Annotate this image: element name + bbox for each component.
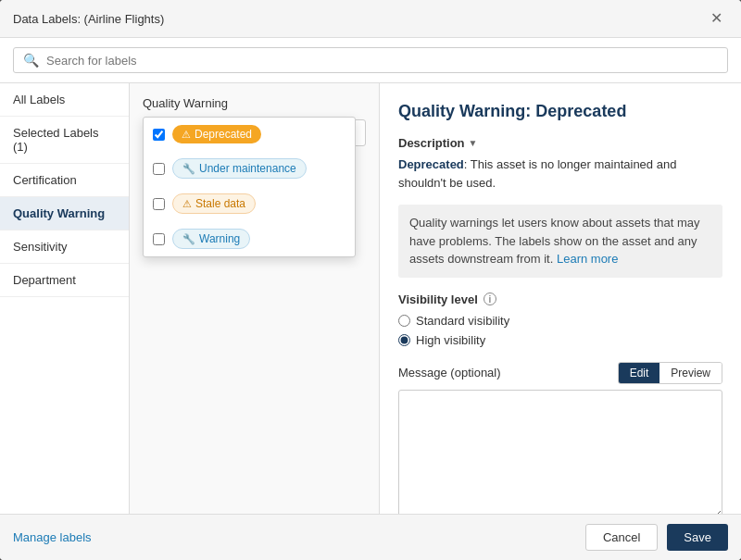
detail-title: Quality Warning: Deprecated	[398, 102, 722, 121]
info-box: Quality warnings let users know about as…	[398, 205, 722, 278]
chevron-icon: ▼	[469, 138, 478, 148]
footer-buttons: Cancel Save	[585, 524, 728, 551]
close-button[interactable]: ✕	[705, 9, 728, 28]
cancel-button[interactable]: Cancel	[585, 524, 658, 551]
warning-icon: ⚠	[182, 129, 191, 141]
tab-group: Edit Preview	[618, 362, 722, 384]
message-textarea[interactable]	[398, 390, 722, 515]
checkbox-deprecated[interactable]	[153, 129, 165, 141]
checkbox-stale-data[interactable]	[153, 198, 165, 210]
sidebar-item-department[interactable]: Department	[0, 264, 129, 297]
labels-panel: Quality Warning ▼ ⚠ Deprecate	[130, 83, 380, 514]
dialog-titlebar: Data Labels: (Airline Flights) ✕	[0, 0, 741, 38]
radio-standard-label: Standard visibility	[416, 314, 509, 328]
search-input-wrap: 🔍	[13, 47, 728, 73]
info-text: Quality warnings let users know about as…	[409, 216, 700, 266]
sidebar-item-all-labels[interactable]: All Labels	[0, 83, 129, 117]
badge-stale: ⚠ Stale data	[172, 193, 256, 214]
learn-more-link[interactable]: Learn more	[557, 252, 618, 266]
manage-labels-link[interactable]: Manage labels	[13, 530, 92, 544]
search-bar: 🔍	[0, 38, 741, 83]
warning-badge-icon: 🔧	[182, 233, 195, 245]
sidebar-item-selected-labels[interactable]: Selected Labels (1)	[0, 117, 129, 164]
detail-panel: Quality Warning: Deprecated Description …	[380, 83, 741, 514]
badge-deprecated: ⚠ Deprecated	[172, 125, 261, 143]
data-labels-dialog: Data Labels: (Airline Flights) ✕ 🔍 All L…	[0, 0, 741, 560]
search-input[interactable]	[46, 54, 718, 68]
sidebar-item-quality-warning[interactable]: Quality Warning	[0, 197, 129, 230]
dropdown-item-under-maintenance[interactable]: 🔧 Under maintenance	[144, 151, 355, 186]
dialog-body: All Labels Selected Labels (1) Certifica…	[0, 83, 741, 514]
description-header: Description ▼	[398, 136, 722, 150]
description-bold: Deprecated	[398, 157, 464, 171]
radio-high-input[interactable]	[398, 334, 410, 346]
visibility-section: Visibility level i Standard visibility H…	[398, 292, 722, 347]
dropdown-popup: ⚠ Deprecated 🔧 Under maintenance	[143, 117, 356, 257]
sidebar: All Labels Selected Labels (1) Certifica…	[0, 83, 130, 514]
main-content: Quality Warning ▼ ⚠ Deprecate	[130, 83, 741, 514]
dropdown-item-deprecated[interactable]: ⚠ Deprecated	[144, 118, 355, 151]
sidebar-item-certification[interactable]: Certification	[0, 164, 129, 197]
description-text: Deprecated: This asset is no longer main…	[398, 156, 722, 192]
dropdown-item-stale-data[interactable]: ⚠ Stale data	[144, 186, 355, 221]
dialog-footer: Manage labels Cancel Save	[0, 514, 741, 560]
save-button[interactable]: Save	[667, 524, 728, 551]
radio-high[interactable]: High visibility	[398, 333, 722, 347]
panel-section-title: Quality Warning	[143, 96, 366, 110]
search-icon: 🔍	[23, 53, 39, 68]
description-header-label: Description	[398, 136, 465, 150]
radio-standard[interactable]: Standard visibility	[398, 314, 722, 328]
tab-edit[interactable]: Edit	[619, 363, 660, 383]
visibility-label: Visibility level i	[398, 292, 722, 306]
checkbox-under-maintenance[interactable]	[153, 163, 165, 175]
message-label: Message (optional)	[398, 366, 501, 380]
radio-high-label: High visibility	[416, 333, 485, 347]
radio-standard-input[interactable]	[398, 315, 410, 327]
badge-warning: 🔧 Warning	[172, 229, 250, 249]
description-section: Description ▼ Deprecated: This asset is …	[398, 136, 722, 192]
info-icon[interactable]: i	[484, 292, 496, 305]
sidebar-item-sensitivity[interactable]: Sensitivity	[0, 230, 129, 264]
checkbox-warning[interactable]	[153, 233, 165, 245]
tab-preview[interactable]: Preview	[659, 363, 722, 383]
dialog-title: Data Labels: (Airline Flights)	[13, 12, 164, 26]
dropdown-item-warning[interactable]: 🔧 Warning	[144, 221, 355, 256]
maintenance-icon: 🔧	[182, 163, 195, 175]
message-section: Message (optional) Edit Preview	[398, 362, 722, 515]
badge-maintenance: 🔧 Under maintenance	[172, 158, 307, 179]
visibility-label-text: Visibility level	[398, 292, 478, 306]
stale-icon: ⚠	[182, 198, 192, 210]
message-header: Message (optional) Edit Preview	[398, 362, 722, 384]
